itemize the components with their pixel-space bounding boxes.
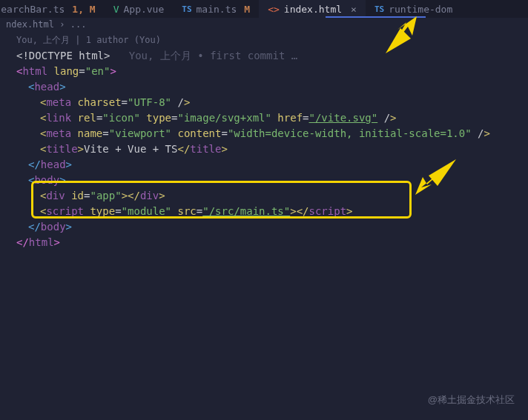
tab-label: runtime-dom — [389, 4, 452, 15]
typescript-icon: TS — [182, 4, 191, 14]
tab-maints[interactable]: TS main.ts M — [173, 0, 259, 18]
active-tab-underline — [326, 16, 426, 18]
tab-searchbar[interactable]: TS earchBar.ts 1, M — [0, 0, 105, 18]
code-text: <!DOCTYPE html> — [16, 50, 110, 61]
tab-label: index.html — [284, 4, 342, 15]
close-icon[interactable]: × — [351, 4, 357, 15]
code-editor[interactable]: <!DOCTYPE html> You, 上个月 • first commit … — [0, 48, 528, 250]
tab-runtimedom[interactable]: TS runtime-dom — [366, 0, 461, 18]
watermark: @稀土掘金技术社区 — [428, 393, 515, 407]
tab-label: earchBar.ts — [1, 4, 65, 15]
tab-bar: TS earchBar.ts 1, M V App.vue TS main.ts… — [0, 0, 528, 18]
tab-label: App.vue — [123, 4, 164, 15]
tab-badge: M — [244, 4, 250, 15]
html-icon: <> — [268, 4, 280, 15]
tab-badge: 1, M — [72, 4, 95, 15]
vue-icon: V — [113, 4, 119, 15]
codelens[interactable]: You, 上个月 | 1 author (You) — [0, 31, 528, 48]
breadcrumb[interactable]: ndex.html › ... — [0, 18, 528, 31]
tab-label: main.ts — [197, 4, 237, 15]
tab-indexhtml[interactable]: <> index.html × — [259, 0, 366, 18]
typescript-icon: TS — [374, 4, 384, 14]
tab-appvue[interactable]: V App.vue — [105, 0, 174, 18]
git-blame: You, 上个月 • first commit … — [129, 50, 297, 61]
